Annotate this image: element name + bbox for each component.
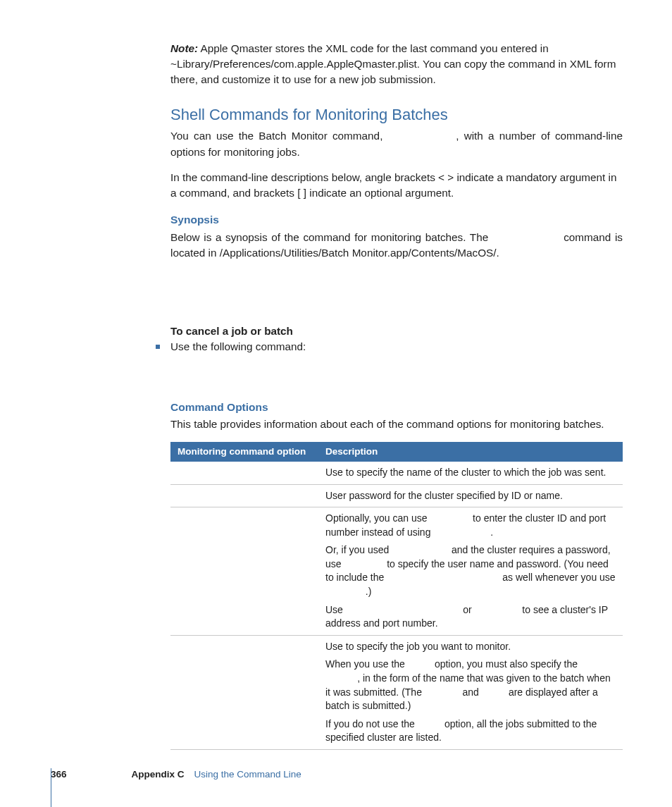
- intro-paragraph-2: In the command-line descriptions below, …: [170, 170, 623, 201]
- page-footer: 366 Appendix C Using the Command Line: [51, 768, 301, 782]
- inline-code: Batch Monitor: [388, 130, 456, 142]
- desc-text: Use to specify the job you want to monit…: [325, 640, 616, 654]
- note-paragraph: Note: Apple Qmaster stores the XML code …: [170, 41, 623, 88]
- desc-text: Or, if you used -clustername and the clu…: [325, 543, 616, 598]
- options-heading: Command Options: [170, 400, 623, 415]
- option-code: -jobid <identifier> -batchid <identifier…: [178, 641, 291, 666]
- desc-text: Optionally, you can use -clusterid to en…: [325, 512, 616, 539]
- footer-rule: [51, 768, 51, 807]
- page-content: Note: Apple Qmaster stores the XML code …: [170, 41, 623, 750]
- desc-text: Use Compressor -show cluster or -cluster…: [325, 603, 616, 631]
- options-intro: This table provides information about ea…: [170, 417, 623, 432]
- desc-text: Use to specify the name of the cluster t…: [325, 466, 616, 480]
- synopsis-codeblock: Batch Monitor [-clustername <name>] [-cl…: [170, 271, 623, 311]
- synopsis-body: Below is a synopsis of the command for m…: [170, 230, 623, 261]
- cancel-codeblock: Batch Monitor [-clustername <name>] [-cl…: [170, 360, 623, 387]
- table-row: -clustername <name> Use to specify the n…: [170, 462, 623, 484]
- option-code: -clusterid <user name:password@IP addres…: [178, 512, 274, 551]
- p1a: You can use the Batch Monitor command,: [170, 130, 388, 142]
- page-number: 366: [51, 768, 67, 782]
- synopsis-heading: Synopsis: [170, 212, 623, 228]
- inline-code: Batch Monitor: [492, 231, 560, 243]
- appendix-label: Appendix C: [132, 768, 185, 782]
- table-row: -password <password> User password for t…: [170, 484, 623, 507]
- table-header-description: Description: [318, 442, 623, 462]
- options-table: Monitoring command option Description -c…: [170, 442, 623, 750]
- desc-text: When you use the -jobid option, you must…: [325, 658, 616, 713]
- chapter-title: Using the Command Line: [194, 768, 301, 782]
- bullet-text: Use the following command:: [170, 339, 306, 355]
- option-code: -clustername <name>: [178, 467, 273, 478]
- cancel-title: To cancel a job or batch: [170, 324, 623, 339]
- bullet-icon: [156, 345, 160, 349]
- intro-paragraph-1: You can use the Batch Monitor command, B…: [170, 128, 623, 159]
- table-row: -jobid <identifier> -batchid <identifier…: [170, 635, 623, 749]
- note-body: Apple Qmaster stores the XML code for th…: [170, 42, 616, 85]
- desc-text: If you do not use the -jobid option, all…: [325, 717, 616, 745]
- section-heading: Shell Commands for Monitoring Batches: [170, 104, 623, 126]
- desc-text: User password for the cluster specified …: [325, 489, 616, 503]
- option-code: -password <password>: [178, 490, 280, 501]
- table-row: -clusterid <user name:password@IP addres…: [170, 507, 623, 636]
- note-label: Note:: [170, 42, 198, 54]
- bullet-item: Use the following command:: [156, 339, 623, 355]
- table-header-option: Monitoring command option: [170, 442, 318, 462]
